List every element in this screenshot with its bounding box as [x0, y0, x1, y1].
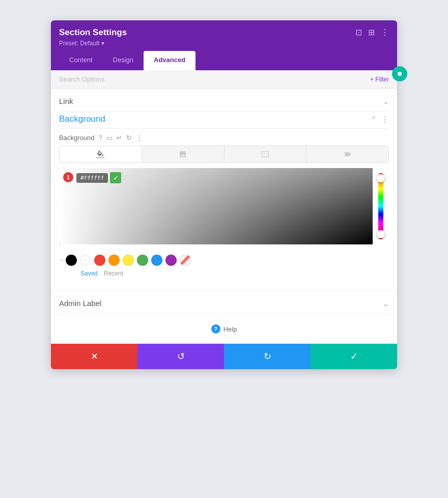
expand-icon[interactable]: ⊡ [355, 29, 362, 37]
background-section: Background ⌃ ⋮ Background ? ▭ ↵ ↻ ⋮ [51, 112, 397, 290]
swatch-orange[interactable] [108, 255, 120, 266]
bg-label: Background [59, 134, 94, 142]
sidebar-dot [392, 66, 407, 81]
hex-confirm-button[interactable]: ✓ [110, 172, 121, 183]
swatch-transparent[interactable] [180, 255, 191, 266]
tab-advanced[interactable]: Advanced [144, 51, 195, 70]
bg-type-tabs [59, 146, 389, 163]
swatch-blue[interactable] [151, 255, 162, 266]
swatch-white[interactable] [80, 255, 91, 266]
background-title: Background [59, 114, 105, 124]
admin-label-section: Admin Label ⌄ [51, 290, 397, 314]
admin-label-chevron-icon[interactable]: ⌄ [383, 299, 389, 308]
recent-button[interactable]: Recent [104, 270, 123, 277]
sidebar-dot-icon [398, 72, 402, 76]
cancel-button[interactable]: ✕ [51, 344, 137, 369]
help-button[interactable]: ? Help [211, 324, 237, 334]
tab-bar: Content Design Advanced [59, 51, 389, 70]
panel-title: Section Settings [59, 27, 127, 38]
hue-handle-bottom[interactable] [377, 230, 385, 238]
help-area: ? Help [51, 314, 397, 344]
bg-reset-icon[interactable]: ↻ [126, 134, 132, 142]
hue-handle-top[interactable] [377, 174, 385, 182]
hue-track[interactable] [378, 173, 383, 239]
search-bar: Search Options + Filter [51, 70, 397, 89]
tab-content[interactable]: Content [59, 51, 103, 70]
admin-label-header: Admin Label ⌄ [59, 291, 389, 314]
color-index-badge: 1 [63, 172, 73, 182]
link-title: Link [59, 97, 73, 105]
panel-header: Section Settings ⊡ ⊞ ⋮ Preset: Default ▾… [51, 20, 397, 70]
swatch-green[interactable] [137, 255, 148, 266]
preset-label[interactable]: Preset: Default ▾ [59, 40, 389, 47]
save-button[interactable]: ✓ [311, 344, 397, 369]
saved-recent-row: Saved Recent [80, 268, 389, 282]
header-icons: ⊡ ⊞ ⋮ [355, 29, 389, 37]
background-more-icon[interactable]: ⋮ [381, 115, 389, 124]
panel-footer: ✕ ↺ ↻ ✓ [51, 344, 397, 369]
saved-button[interactable]: Saved [80, 270, 98, 277]
bg-mobile-icon[interactable]: ▭ [106, 134, 113, 142]
swatch-red[interactable] [94, 255, 105, 266]
redo-button[interactable]: ↻ [224, 344, 311, 369]
link-section-header: Link ⌄ [59, 89, 389, 112]
admin-label-title: Admin Label [59, 299, 101, 308]
undo-button[interactable]: ↺ [137, 344, 224, 369]
columns-icon[interactable]: ⊞ [368, 29, 375, 37]
swatches-more-button[interactable]: ··· [59, 256, 63, 265]
swatch-purple[interactable] [165, 255, 177, 266]
filter-button[interactable]: + Filter [370, 76, 389, 83]
more-icon[interactable]: ⋮ [381, 29, 389, 37]
swatches-row: ··· [59, 250, 389, 268]
swatch-black[interactable] [66, 255, 77, 266]
bg-options-icon[interactable]: ⋮ [136, 134, 143, 142]
bg-help-icon[interactable]: ? [98, 134, 102, 142]
search-placeholder[interactable]: Search Options [59, 75, 105, 83]
link-section: Link ⌄ [51, 89, 397, 112]
bg-type-image[interactable] [142, 146, 225, 162]
bg-type-color[interactable] [60, 146, 142, 162]
bg-type-video[interactable] [306, 146, 388, 162]
help-label: Help [223, 325, 237, 333]
hue-slider-col [373, 168, 389, 244]
tab-design[interactable]: Design [103, 51, 144, 70]
color-picker[interactable]: 1 #ffffff ✓ [59, 168, 389, 244]
help-circle-icon: ? [211, 324, 220, 334]
background-collapse-icon[interactable]: ⌃ [371, 115, 377, 123]
link-chevron-icon[interactable]: ⌄ [383, 97, 389, 105]
hex-input-overlay: #ffffff ✓ [76, 172, 121, 183]
hex-value[interactable]: #ffffff [76, 173, 108, 183]
panel-content: Link ⌄ Background ⌃ ⋮ Background [51, 89, 397, 344]
bg-type-gradient[interactable] [225, 146, 307, 162]
bg-label-row: Background ? ▭ ↵ ↻ ⋮ [59, 129, 389, 146]
swatch-yellow[interactable] [123, 255, 134, 266]
bg-cursor-icon[interactable]: ↵ [117, 134, 122, 142]
